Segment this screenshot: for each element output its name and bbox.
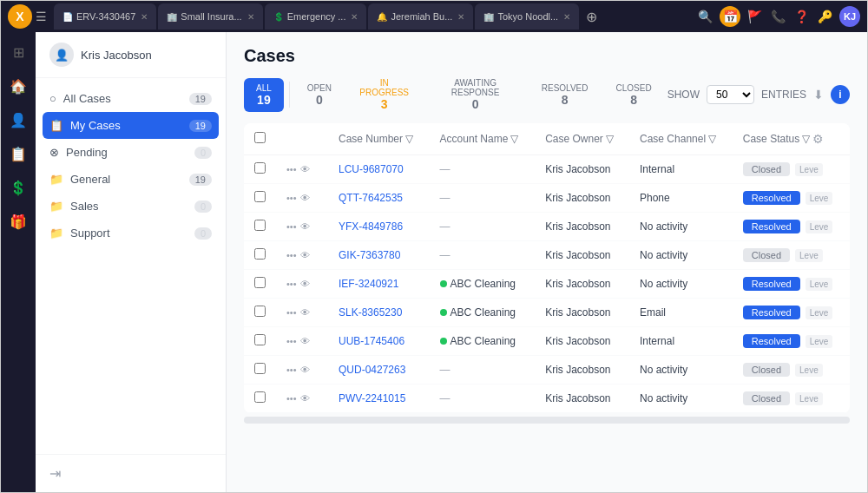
tab-tokyo[interactable]: 🏢 Tokyo Noodl... ✕ (475, 3, 579, 30)
filter-tab-open[interactable]: OPEN 0 (295, 78, 344, 112)
show-select[interactable]: 50 25 100 (707, 85, 754, 104)
row-checkbox[interactable] (254, 334, 266, 345)
row-more-icon[interactable]: ••• (286, 250, 297, 260)
case-number-link[interactable]: GIK-7363780 (339, 249, 400, 261)
row-checkbox[interactable] (254, 191, 266, 202)
case-number-link[interactable]: YFX-4849786 (339, 220, 403, 233)
row-view-icon[interactable]: 👁 (300, 336, 310, 346)
tab-close-tokyo[interactable]: ✕ (563, 12, 570, 22)
cases-table-container: Case Number ▽ Account Name ▽ Case Owner … (227, 123, 867, 492)
dollar-icon[interactable]: 💲 (4, 174, 32, 201)
case-number-link[interactable]: SLK-8365230 (339, 306, 402, 319)
table-row: ••• 👁 SLK-8365230 ABC Cleaning Kris Jaco… (244, 299, 850, 327)
grid-icon[interactable]: ⊞ (8, 39, 30, 66)
row-checkbox[interactable] (254, 248, 266, 260)
sales-badge: 0 (194, 200, 212, 213)
phone-icon[interactable]: 📞 (769, 8, 787, 25)
tab-close-jeremiah[interactable]: ✕ (457, 12, 464, 22)
row-more-icon[interactable]: ••• (286, 279, 297, 289)
row-checkbox[interactable] (254, 162, 266, 174)
columns-button[interactable]: i (831, 85, 850, 104)
user-avatar[interactable]: KJ (839, 6, 860, 27)
general-icon: 📁 (49, 173, 63, 186)
col-settings-icon[interactable]: ⚙ (812, 132, 824, 146)
select-all-checkbox[interactable] (254, 132, 266, 143)
add-tab-button[interactable]: ⊕ (581, 9, 602, 25)
sidebar-item-pending[interactable]: ⊗ Pending 0 (36, 139, 226, 166)
tab-icon-small: 🏢 (167, 12, 177, 22)
case-number-link[interactable]: IEF-3240921 (339, 278, 398, 290)
tab-jeremiah[interactable]: 🔔 Jeremiah Bu... ✕ (368, 3, 473, 30)
row-view-icon[interactable]: 👁 (300, 221, 310, 232)
content-header: Cases (227, 32, 867, 73)
row-view-icon[interactable]: 👁 (300, 393, 310, 404)
flag-icon[interactable]: 🚩 (746, 8, 764, 25)
sidebar-item-all-cases[interactable]: ○ All Cases 19 (36, 85, 226, 112)
expand-icon[interactable]: ⇥ (49, 465, 61, 482)
key-icon[interactable]: 🔑 (816, 8, 834, 25)
filter-tab-open-count: 0 (316, 93, 323, 107)
row-more-icon[interactable]: ••• (286, 164, 297, 174)
status-badge: Resolved (743, 277, 800, 291)
account-dash: — (440, 192, 450, 204)
row-more-icon[interactable]: ••• (286, 393, 297, 404)
hamburger-menu[interactable]: ☰ (36, 10, 47, 23)
row-checkbox[interactable] (254, 391, 266, 403)
sidebar-item-my-cases[interactable]: 📋 My Cases 19 (43, 112, 219, 139)
filter-tab-awaiting[interactable]: AWAITING RESPONSE 0 (424, 73, 525, 116)
case-number-link[interactable]: PWV-2241015 (339, 392, 405, 404)
tab-erv[interactable]: 📄 ERV-3430467 ✕ (54, 3, 156, 30)
home-icon[interactable]: 🏠 (4, 73, 32, 100)
row-more-icon[interactable]: ••• (286, 193, 297, 203)
tab-close-emergency[interactable]: ✕ (351, 12, 358, 22)
case-channel-cell: Internal (629, 327, 733, 356)
row-view-icon[interactable]: 👁 (300, 193, 310, 203)
calendar-icon[interactable]: 📅 (720, 6, 740, 27)
download-icon[interactable]: ⬇ (813, 88, 824, 102)
filter-tab-all[interactable]: ALL 19 (244, 78, 284, 112)
row-view-icon[interactable]: 👁 (300, 365, 310, 375)
help-icon[interactable]: ❓ (792, 8, 811, 25)
tab-small[interactable]: 🏢 Small Insura... ✕ (158, 3, 262, 30)
case-owner-cell: Kris Jacobson (535, 155, 629, 184)
cases-icon[interactable]: 📋 (4, 141, 32, 168)
row-view-icon[interactable]: 👁 (300, 164, 310, 174)
row-checkbox[interactable] (254, 277, 266, 288)
row-checkbox[interactable] (254, 363, 266, 374)
sidebar-item-sales[interactable]: 📁 Sales 0 (36, 193, 226, 220)
users-icon[interactable]: 👤 (4, 107, 32, 134)
row-checkbox[interactable] (254, 306, 266, 317)
filter-tab-closed[interactable]: CLOSED 8 (604, 78, 664, 112)
tab-emergency[interactable]: 💲 Emergency ... ✕ (265, 3, 367, 30)
status-badge: Closed (743, 162, 790, 176)
filter-tab-resolved[interactable]: RESOLVED 8 (529, 78, 601, 112)
sidebar-item-general[interactable]: 📁 General 19 (36, 166, 226, 193)
case-number-link[interactable]: QTT-7642535 (339, 192, 403, 204)
case-number-link[interactable]: UUB-1745406 (339, 335, 404, 347)
level-badge: Leve (806, 335, 833, 348)
horizontal-scrollbar[interactable] (244, 417, 850, 424)
col-case-status: Case Status (743, 133, 799, 145)
row-view-icon[interactable]: 👁 (300, 307, 310, 318)
tab-close-small[interactable]: ✕ (247, 12, 254, 22)
account-dash: — (440, 249, 450, 261)
row-more-icon[interactable]: ••• (286, 221, 297, 232)
tab-close-erv[interactable]: ✕ (141, 12, 148, 22)
search-icon[interactable]: 🔍 (696, 8, 714, 25)
gift-icon[interactable]: 🎁 (4, 208, 32, 235)
case-number-link[interactable]: QUD-0427263 (339, 364, 405, 376)
row-checkbox[interactable] (254, 220, 266, 231)
account-name-text: ABC Cleaning (450, 335, 516, 347)
page-title: Cases (244, 46, 850, 66)
case-number-link[interactable]: LCU-9687070 (339, 163, 404, 175)
row-more-icon[interactable]: ••• (286, 365, 297, 375)
row-view-icon[interactable]: 👁 (300, 250, 310, 260)
tab-icon-tokyo: 🏢 (483, 12, 494, 22)
main-content: Cases ALL 19 OPEN 0 (227, 32, 867, 492)
filter-tab-inprogress[interactable]: IN PROGRESS 3 (347, 73, 421, 116)
row-view-icon[interactable]: 👁 (300, 279, 310, 289)
general-label: General (70, 173, 110, 186)
sidebar-item-support[interactable]: 📁 Support 0 (36, 220, 226, 246)
row-more-icon[interactable]: ••• (286, 336, 297, 346)
row-more-icon[interactable]: ••• (286, 307, 297, 318)
